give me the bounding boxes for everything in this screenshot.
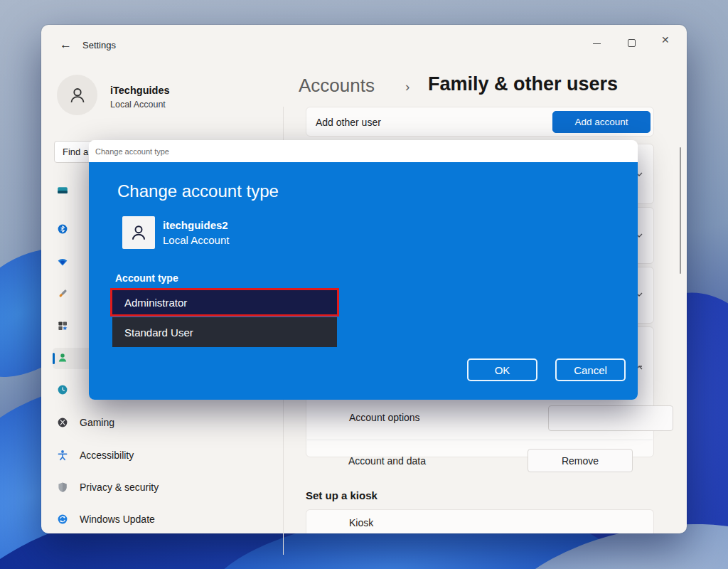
profile-name: iTechguides — [110, 85, 170, 96]
change-account-type-button[interactable] — [548, 405, 673, 431]
sidebar-item-label: Gaming — [80, 417, 114, 428]
cancel-button[interactable]: Cancel — [555, 358, 626, 381]
time-language-icon — [57, 384, 68, 395]
option-standard-user[interactable]: Standard User — [112, 317, 337, 347]
add-other-user-row: Add other user Add account — [306, 107, 654, 137]
personalisation-icon — [57, 288, 68, 299]
dialog-titlebar: Change account type — [89, 140, 638, 162]
sidebar-item-gaming[interactable]: Gaming — [57, 412, 270, 433]
accounts-icon — [57, 352, 68, 363]
breadcrumb-separator-icon: › — [405, 79, 410, 95]
account-and-data-label: Account and data — [348, 455, 426, 467]
sidebar-accent-bar — [53, 353, 55, 364]
dialog-window-title: Change account type — [95, 147, 169, 156]
row-divider — [307, 440, 653, 440]
back-button[interactable]: ← — [60, 38, 72, 52]
add-other-user-label: Add other user — [316, 117, 381, 128]
close-icon[interactable]: ✕ — [661, 34, 670, 46]
scrollbar[interactable] — [680, 147, 681, 274]
profile-account-type: Local Account — [110, 100, 166, 110]
sidebar-item-label: Windows Update — [80, 514, 155, 525]
sidebar-item-label: Privacy & security — [80, 482, 159, 493]
sidebar-item-privacy-security[interactable]: Privacy & security — [57, 477, 270, 498]
minimize-icon[interactable] — [593, 43, 601, 44]
sidebar-item-label: Accessibility — [80, 450, 134, 461]
dialog-heading: Change account type — [117, 181, 279, 201]
add-account-button[interactable]: Add account — [552, 111, 651, 133]
avatar[interactable] — [57, 75, 97, 115]
accessibility-icon — [57, 450, 68, 461]
window-title: Settings — [82, 40, 116, 50]
dialog-account-name: itechguides2 — [163, 219, 228, 231]
account-options-label: Account options — [349, 412, 420, 423]
dialog-account-type: Local Account — [163, 234, 229, 246]
privacy-security-icon — [57, 482, 68, 493]
person-icon — [128, 222, 149, 243]
bluetooth-icon — [57, 223, 68, 235]
kiosk-row[interactable]: Kiosk — [306, 509, 654, 533]
dialog-body: Change account type itechguides2 Local A… — [89, 162, 638, 400]
breadcrumb-accounts[interactable]: Accounts — [299, 75, 375, 97]
network-icon — [57, 256, 68, 267]
person-icon — [67, 85, 88, 106]
gaming-icon — [57, 417, 68, 428]
kiosk-label: Kiosk — [349, 517, 373, 528]
dialog-avatar — [122, 216, 155, 249]
kiosk-section-header: Set up a kiosk — [306, 489, 378, 501]
system-icon — [57, 185, 68, 196]
windows-update-icon — [57, 514, 68, 525]
option-administrator[interactable]: Administrator — [112, 297, 187, 309]
change-account-type-dialog: Change account type Change account type … — [89, 140, 638, 400]
sidebar-item-windows-update[interactable]: Windows Update — [57, 509, 270, 530]
apps-icon — [57, 320, 68, 331]
annotation-highlight-box: Administrator — [110, 288, 339, 317]
sidebar-item-accessibility[interactable]: Accessibility — [57, 445, 270, 466]
account-type-field-label: Account type — [115, 272, 178, 284]
maximize-icon[interactable] — [628, 39, 636, 47]
ok-button[interactable]: OK — [467, 358, 537, 381]
remove-button[interactable]: Remove — [528, 449, 633, 472]
page-title: Family & other users — [428, 73, 618, 95]
